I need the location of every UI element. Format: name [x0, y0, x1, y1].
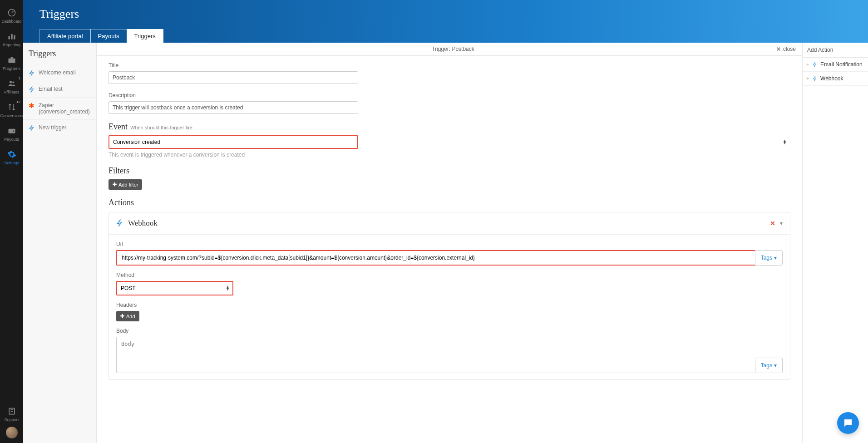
lightning-icon: [29, 125, 35, 131]
nav-dashboard[interactable]: Dashboard: [0, 5, 23, 28]
lightning-icon: [812, 62, 818, 67]
method-label: Method: [116, 272, 783, 278]
lightning-icon: [29, 86, 35, 93]
headers-label: Headers: [116, 302, 783, 308]
close-button[interactable]: close: [776, 46, 796, 52]
add-action-panel: Add Action + Email Notification + Webhoo…: [802, 43, 868, 443]
nav-payouts[interactable]: Payouts: [0, 123, 23, 146]
chat-icon: [843, 418, 853, 428]
tags-button[interactable]: Tags ▾: [755, 250, 783, 266]
add-filter-button[interactable]: ✚ Add filter: [108, 179, 142, 190]
exchange-icon: [7, 103, 16, 112]
nav-reporting[interactable]: Reporting: [0, 28, 23, 52]
add-action-label: Webhook: [820, 75, 843, 82]
nav-payouts-label: Payouts: [4, 137, 19, 142]
caret-down-icon: ▾: [774, 255, 777, 261]
lightning-icon: [116, 219, 123, 228]
page-title: Triggers: [39, 7, 868, 21]
chevron-down-icon[interactable]: ▾: [780, 220, 783, 226]
actions-section-title: Actions: [108, 198, 134, 207]
nav-settings[interactable]: Settings: [0, 146, 23, 170]
tabs: Affiliate portal Payouts Triggers: [39, 29, 868, 43]
nav-support-label: Support: [5, 418, 19, 422]
add-header-label: Add: [126, 314, 135, 319]
gear-icon: [7, 150, 16, 159]
url-label: Url: [116, 241, 783, 247]
action-card-webhook: Webhook ✕ ▾ Url Tags ▾: [108, 212, 790, 380]
svg-rect-4: [8, 59, 15, 63]
action-card-title: Webhook: [128, 219, 158, 228]
trigger-item-label: Email test: [39, 86, 63, 92]
url-input[interactable]: [116, 250, 755, 266]
users-icon: [7, 79, 16, 88]
svg-rect-2: [11, 34, 12, 39]
event-section-title: Event: [108, 122, 128, 132]
tab-affiliate-portal[interactable]: Affiliate portal: [39, 29, 91, 43]
caret-down-icon: ▾: [774, 362, 777, 369]
dashboard-icon: [7, 8, 16, 17]
nav-reporting-label: Reporting: [3, 43, 20, 47]
trigger-item-email-test[interactable]: Email test: [23, 81, 96, 98]
body-tags-button[interactable]: Tags ▾: [755, 358, 783, 373]
trigger-item-zapier[interactable]: ✱ Zapier (conversion_created): [23, 98, 96, 120]
svg-point-5: [10, 81, 12, 83]
lightning-icon: [29, 70, 35, 76]
trigger-item-label: Zapier (conversion_created): [39, 102, 91, 115]
wallet-icon: [7, 126, 16, 135]
close-label: close: [783, 46, 796, 52]
body-label: Body: [116, 328, 783, 334]
tab-payouts[interactable]: Payouts: [90, 29, 127, 43]
tags-label: Tags: [761, 362, 772, 369]
add-header-button[interactable]: ✚ Add: [116, 311, 139, 321]
add-action-title: Add Action: [803, 43, 868, 58]
svg-point-6: [12, 81, 14, 83]
nav-programs[interactable]: Programs: [0, 52, 23, 75]
remove-action-button[interactable]: ✕: [770, 220, 775, 227]
lightning-icon: [812, 76, 818, 81]
plus-icon: ✚: [120, 313, 124, 319]
trigger-item-label: Welcome email: [39, 69, 76, 76]
trigger-item-label: New trigger: [39, 124, 66, 131]
tab-triggers[interactable]: Triggers: [127, 29, 163, 43]
nav-conversions[interactable]: 12 Conversions: [0, 99, 23, 123]
nav-conversions-label: Conversions: [0, 113, 23, 118]
filters-section-title: Filters: [108, 166, 129, 176]
event-helper: This event is triggered whenever a conve…: [108, 152, 790, 158]
briefcase-icon: [7, 55, 16, 64]
title-label: Title: [108, 62, 790, 69]
tags-label: Tags: [761, 255, 772, 261]
plus-icon: ✚: [113, 182, 117, 187]
title-input[interactable]: [108, 71, 358, 84]
page-banner: Triggers Affiliate portal Payouts Trigge…: [23, 0, 868, 43]
add-filter-label: Add filter: [118, 182, 138, 187]
trigger-item-welcome-email[interactable]: Welcome email: [23, 65, 96, 81]
nav-programs-label: Programs: [3, 66, 20, 71]
svg-point-8: [13, 131, 14, 132]
add-action-webhook[interactable]: + Webhook: [803, 72, 868, 86]
svg-rect-3: [14, 35, 15, 39]
description-label: Description: [108, 92, 790, 98]
book-icon: [7, 407, 16, 416]
nav-affiliates[interactable]: 1 Affiliates: [0, 75, 23, 99]
editor-header-title: Trigger: Postback: [130, 46, 776, 52]
nav-affiliates-badge: 1: [19, 76, 20, 80]
description-input[interactable]: [108, 101, 358, 114]
trigger-item-new[interactable]: New trigger: [23, 120, 96, 136]
body-textarea[interactable]: [116, 337, 755, 373]
nav-conversions-badge: 12: [16, 100, 20, 104]
nav-settings-label: Settings: [4, 161, 19, 165]
plus-icon: +: [806, 75, 809, 82]
trigger-editor: Trigger: Postback close Title Descriptio…: [97, 43, 802, 443]
event-select[interactable]: Conversion created: [108, 135, 358, 149]
zapier-icon: ✱: [29, 103, 35, 109]
nav-rail: Dashboard Reporting Programs 1 Affiliate…: [0, 0, 23, 443]
event-section-sub: When should this trigger fire: [130, 125, 192, 130]
svg-rect-1: [8, 36, 10, 39]
nav-support[interactable]: Support: [0, 403, 23, 427]
editor-header: Trigger: Postback close: [97, 43, 802, 56]
add-action-email[interactable]: + Email Notification: [803, 58, 868, 72]
triggers-sidebar: Triggers Welcome email Email test ✱ Zapi…: [23, 43, 97, 443]
intercom-launcher[interactable]: [837, 412, 859, 434]
method-select[interactable]: POST: [116, 281, 233, 295]
user-avatar[interactable]: [6, 427, 18, 438]
